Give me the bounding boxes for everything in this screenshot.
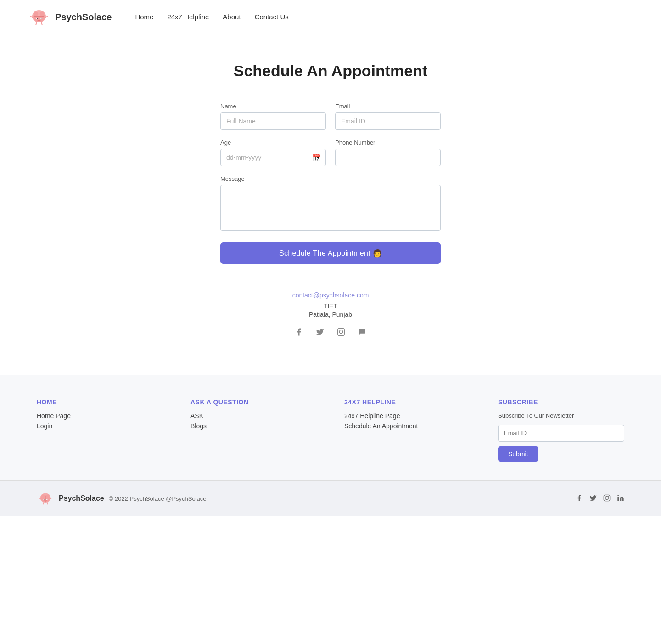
name-email-row: Name Email bbox=[220, 103, 441, 130]
footer-col-helpline: 24x7 Helpline 24x7 Helpline Page Schedul… bbox=[344, 398, 471, 462]
age-phone-row: Age 📅 Phone Number bbox=[220, 139, 441, 166]
age-label: Age bbox=[220, 139, 326, 146]
email-input[interactable] bbox=[335, 112, 441, 130]
chat-icon[interactable] bbox=[356, 325, 369, 338]
footer-logo-icon bbox=[37, 490, 54, 507]
name-group: Name bbox=[220, 103, 326, 130]
footer-bottom: PsychSolace © 2022 PsychSolace @PsychSol… bbox=[0, 480, 661, 516]
navbar: PsychSolace Home 24x7 Helpline About Con… bbox=[0, 0, 661, 34]
footer-link-helpline-page[interactable]: 24x7 Helpline Page bbox=[344, 412, 471, 420]
footer-bottom-social bbox=[576, 494, 624, 503]
footer-col-ask-title: Ask A Question bbox=[190, 398, 317, 406]
brand[interactable]: PsychSolace bbox=[28, 6, 112, 28]
footer-link-blogs[interactable]: Blogs bbox=[190, 422, 317, 430]
nav-list: Home 24x7 Helpline About Contact Us bbox=[135, 13, 288, 21]
svg-line-34 bbox=[47, 502, 48, 504]
name-input[interactable] bbox=[220, 112, 326, 130]
date-input-wrapper: 📅 bbox=[220, 149, 326, 166]
svg-point-39 bbox=[617, 495, 619, 496]
svg-point-18 bbox=[342, 330, 343, 330]
phone-input[interactable] bbox=[335, 149, 441, 166]
subscribe-text: Subscribe To Our Newsletter bbox=[498, 412, 624, 419]
page-title: Schedule An Appointment bbox=[133, 62, 528, 80]
footer-col-subscribe-title: SUBSCRIBE bbox=[498, 398, 624, 406]
schedule-button[interactable]: Schedule The Appointment 🧑 bbox=[220, 242, 441, 264]
svg-point-11 bbox=[41, 18, 42, 19]
svg-point-37 bbox=[608, 496, 609, 496]
footer-link-homepage[interactable]: Home Page bbox=[37, 412, 163, 420]
footer-col-helpline-title: 24x7 Helpline bbox=[344, 398, 471, 406]
footer-col-ask: Ask A Question ASK Blogs bbox=[190, 398, 317, 462]
svg-rect-38 bbox=[617, 497, 619, 501]
subscribe-button[interactable]: Submit bbox=[498, 446, 538, 462]
footer-link-ask[interactable]: ASK bbox=[190, 412, 317, 420]
svg-point-10 bbox=[37, 18, 38, 19]
footer-twitter-icon[interactable] bbox=[589, 494, 597, 503]
navbar-divider bbox=[121, 8, 121, 26]
footer-link-login[interactable]: Login bbox=[37, 422, 163, 430]
nav-item-about[interactable]: About bbox=[223, 13, 241, 21]
subscribe-email-input[interactable] bbox=[498, 425, 624, 442]
footer-copyright: © 2022 PsychSolace @PsychSolace bbox=[109, 495, 207, 502]
twitter-icon[interactable] bbox=[314, 325, 326, 338]
contact-email: contact@psychsolace.com bbox=[133, 291, 528, 299]
footer-col-home-title: Home bbox=[37, 398, 163, 406]
nav-item-home[interactable]: Home bbox=[135, 13, 153, 21]
svg-line-14 bbox=[36, 22, 37, 25]
email-label: Email bbox=[335, 103, 441, 110]
social-icons bbox=[133, 325, 528, 338]
brand-name: PsychSolace bbox=[55, 12, 112, 22]
svg-point-29 bbox=[44, 499, 45, 500]
footer-linkedin-icon[interactable] bbox=[617, 494, 624, 503]
footer-link-schedule[interactable]: Schedule An Appointment bbox=[344, 422, 471, 430]
footer-col-subscribe: SUBSCRIBE Subscribe To Our Newsletter Su… bbox=[498, 398, 624, 462]
age-group: Age 📅 bbox=[220, 139, 326, 166]
name-label: Name bbox=[220, 103, 326, 110]
email-group: Email bbox=[335, 103, 441, 130]
svg-point-36 bbox=[605, 496, 609, 499]
message-group: Message bbox=[220, 175, 441, 231]
footer-brand-name: PsychSolace bbox=[59, 494, 104, 503]
contact-org: TIET bbox=[133, 302, 528, 310]
nav-item-helpline[interactable]: 24x7 Helpline bbox=[167, 13, 209, 21]
footer-col-home: Home Home Page Login bbox=[37, 398, 163, 462]
message-label: Message bbox=[220, 175, 441, 182]
svg-rect-16 bbox=[338, 329, 345, 336]
footer-bottom-left: PsychSolace © 2022 PsychSolace @PsychSol… bbox=[37, 490, 207, 507]
footer-facebook-icon[interactable] bbox=[576, 494, 583, 503]
age-input[interactable] bbox=[220, 149, 326, 166]
phone-group: Phone Number bbox=[335, 139, 441, 166]
logo-icon bbox=[28, 6, 50, 28]
svg-rect-35 bbox=[604, 495, 610, 501]
svg-line-33 bbox=[43, 502, 44, 504]
facebook-icon[interactable] bbox=[292, 325, 305, 338]
contact-address: Patiala, Punjab bbox=[133, 311, 528, 318]
phone-label: Phone Number bbox=[335, 139, 441, 146]
svg-line-15 bbox=[41, 22, 42, 25]
instagram-icon[interactable] bbox=[335, 325, 347, 338]
svg-point-30 bbox=[47, 499, 47, 500]
contact-section: contact@psychsolace.com TIET Patiala, Pu… bbox=[133, 291, 528, 357]
appointment-form: Name Email Age 📅 Phone Number bbox=[220, 103, 441, 264]
nav-item-contact[interactable]: Contact Us bbox=[255, 13, 289, 21]
footer-instagram-icon[interactable] bbox=[603, 494, 611, 503]
footer-top: Home Home Page Login Ask A Question ASK … bbox=[0, 375, 661, 480]
main-content: Schedule An Appointment Name Email Age 📅 bbox=[124, 34, 537, 375]
message-textarea[interactable] bbox=[220, 185, 441, 231]
svg-point-17 bbox=[339, 330, 343, 334]
